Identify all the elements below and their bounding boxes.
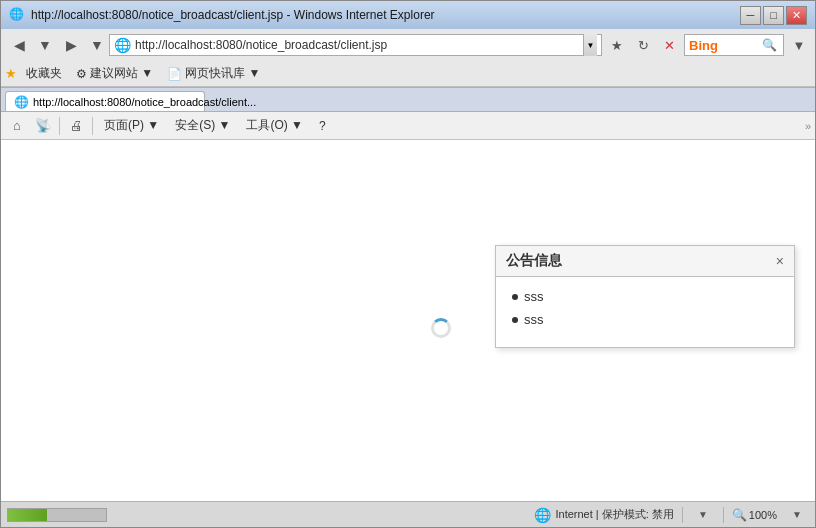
zoom-dropdown[interactable]: ▼ bbox=[785, 503, 809, 527]
zoom-level: 100% bbox=[749, 509, 777, 521]
zone-text: Internet | 保护模式: 禁用 bbox=[555, 507, 673, 522]
command-bar: ⌂ 📡 🖨 页面(P) ▼ 安全(S) ▼ 工具(O) ▼ ? » bbox=[1, 112, 815, 140]
cmd-separator-2 bbox=[92, 117, 93, 135]
bing-logo: Bing bbox=[689, 38, 718, 53]
refresh-button[interactable]: ↻ bbox=[631, 33, 655, 57]
home-icon-btn[interactable]: ⌂ bbox=[5, 114, 29, 138]
content-area: 公告信息 × sss sss bbox=[1, 140, 815, 501]
tools-menu-button[interactable]: 工具(O) ▼ bbox=[239, 115, 310, 137]
notice-item-2: sss bbox=[512, 312, 778, 327]
nav-bar: ◀ ▼ ▶ ▼ 🌐 ▼ ★ ↻ ✕ Bing 🔍 ▼ bbox=[1, 29, 815, 61]
window-title: http://localhost:8080/notice_broadcast/c… bbox=[31, 8, 734, 22]
loading-spinner bbox=[431, 318, 451, 338]
help-label: ? bbox=[319, 119, 326, 133]
rss-icon-btn[interactable]: 📡 bbox=[31, 114, 55, 138]
zone-indicator: 🌐 Internet | 保护模式: 禁用 bbox=[534, 507, 673, 523]
cmdbar-more[interactable]: » bbox=[805, 120, 811, 132]
status-sep-1 bbox=[682, 507, 683, 523]
favorites-icon-btn[interactable]: ★ bbox=[605, 33, 629, 57]
bing-search-box[interactable]: Bing 🔍 bbox=[684, 34, 784, 56]
notice-item-1: sss bbox=[512, 289, 778, 304]
notice-close-button[interactable]: × bbox=[776, 254, 784, 268]
progress-bar bbox=[8, 509, 47, 521]
print-icon-btn[interactable]: 🖨 bbox=[64, 114, 88, 138]
status-arrow-btn[interactable]: ▼ bbox=[691, 503, 715, 527]
help-button[interactable]: ? bbox=[312, 115, 333, 137]
page-menu-button[interactable]: 页面(P) ▼ bbox=[97, 115, 166, 137]
tab-icon: 🌐 bbox=[14, 95, 29, 109]
close-button[interactable]: ✕ bbox=[786, 6, 807, 25]
bullet-icon-2 bbox=[512, 317, 518, 323]
favorites-label[interactable]: 收藏夹 bbox=[21, 62, 67, 85]
browser-window: 🌐 http://localhost:8080/notice_broadcast… bbox=[0, 0, 816, 528]
page-icon: 🌐 bbox=[114, 37, 131, 53]
search-button[interactable]: 🔍 bbox=[759, 34, 779, 56]
nav-icons: ★ ↻ ✕ bbox=[605, 33, 681, 57]
web-slice-button[interactable]: 📄 网页快讯库 ▼ bbox=[162, 62, 265, 85]
zoom-indicator: 🔍 100% bbox=[732, 508, 777, 522]
progress-bar-container bbox=[7, 508, 107, 522]
minimize-button[interactable]: ─ bbox=[740, 6, 761, 25]
suggest-icon: ⚙ bbox=[76, 67, 87, 81]
favorites-star-icon: ★ bbox=[5, 66, 17, 81]
notice-popup: 公告信息 × sss sss bbox=[495, 245, 795, 348]
safety-menu-button[interactable]: 安全(S) ▼ bbox=[168, 115, 237, 137]
status-sep-2 bbox=[723, 507, 724, 523]
notice-body: sss sss bbox=[496, 277, 794, 347]
webslice-icon: 📄 bbox=[167, 67, 182, 81]
search-options-button[interactable]: ▼ bbox=[787, 33, 811, 57]
tab-bar: 🌐 http://localhost:8080/notice_broadcast… bbox=[1, 88, 815, 112]
globe-icon: 🌐 bbox=[534, 507, 551, 523]
favorites-bar: ★ 收藏夹 ⚙ 建议网站 ▼ 📄 网页快讯库 ▼ bbox=[1, 61, 815, 87]
tab-label: http://localhost:8080/notice_broadcast/c… bbox=[33, 96, 256, 108]
address-input[interactable] bbox=[135, 38, 579, 52]
notice-header: 公告信息 × bbox=[496, 246, 794, 277]
tools-menu-label: 工具(O) ▼ bbox=[246, 117, 303, 134]
status-bar: 🌐 Internet | 保护模式: 禁用 ▼ 🔍 100% ▼ bbox=[1, 501, 815, 527]
safety-menu-label: 安全(S) ▼ bbox=[175, 117, 230, 134]
cmd-separator-1 bbox=[59, 117, 60, 135]
maximize-button[interactable]: □ bbox=[763, 6, 784, 25]
bullet-icon-1 bbox=[512, 294, 518, 300]
toolbar-area: ◀ ▼ ▶ ▼ 🌐 ▼ ★ ↻ ✕ Bing 🔍 ▼ ★ bbox=[1, 29, 815, 88]
notice-title: 公告信息 bbox=[506, 252, 562, 270]
stop-button[interactable]: ✕ bbox=[657, 33, 681, 57]
window-controls: ─ □ ✕ bbox=[740, 6, 807, 25]
page-menu-label: 页面(P) ▼ bbox=[104, 117, 159, 134]
tab-client-jsp[interactable]: 🌐 http://localhost:8080/notice_broadcast… bbox=[5, 91, 205, 111]
zoom-icon: 🔍 bbox=[732, 508, 747, 522]
notice-item-1-text: sss bbox=[524, 289, 544, 304]
back-dropdown[interactable]: ▼ bbox=[36, 33, 54, 57]
suggest-sites-button[interactable]: ⚙ 建议网站 ▼ bbox=[71, 62, 158, 85]
address-dropdown[interactable]: ▼ bbox=[583, 34, 597, 56]
back-button[interactable]: ◀ bbox=[5, 33, 33, 57]
favorites-text: 收藏夹 bbox=[26, 65, 62, 82]
address-bar[interactable]: 🌐 ▼ bbox=[109, 34, 602, 56]
forward-dropdown[interactable]: ▼ bbox=[88, 33, 106, 57]
notice-item-2-text: sss bbox=[524, 312, 544, 327]
forward-button[interactable]: ▶ bbox=[57, 33, 85, 57]
browser-icon: 🌐 bbox=[9, 7, 25, 23]
title-bar: 🌐 http://localhost:8080/notice_broadcast… bbox=[1, 1, 815, 29]
